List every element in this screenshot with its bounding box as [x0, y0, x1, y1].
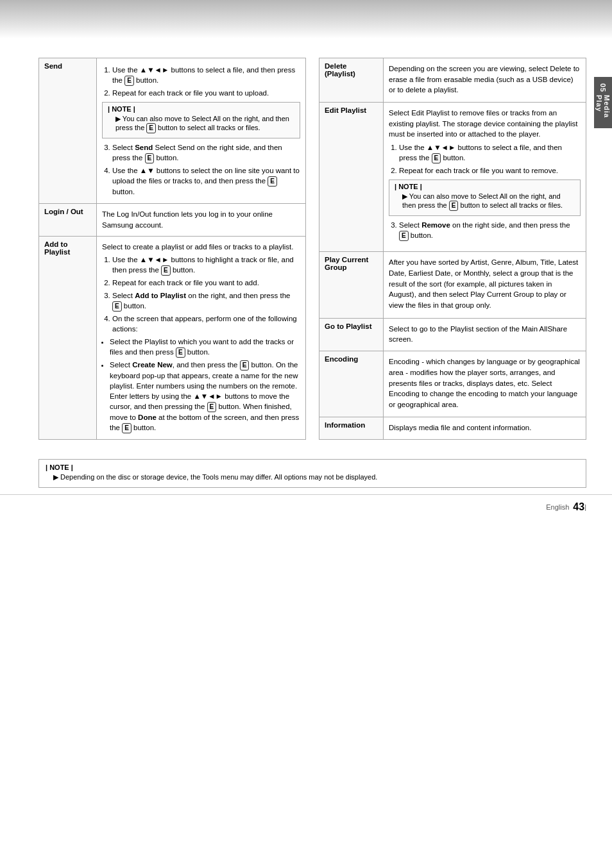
add-playlist-content: Select to create a playlist or add files… [97, 236, 306, 439]
encoding-content: Encoding - which changes by language or … [384, 351, 586, 417]
send-content: Use the ▲▼◄► buttons to select a file, a… [97, 58, 306, 204]
add-playlist-label: Add to Playlist [39, 236, 97, 439]
enter-button-icon: E [161, 265, 171, 276]
right-table: Delete (Playlist) Depending on the scree… [319, 58, 586, 440]
list-item: Select Send Select Send on the right sid… [112, 142, 300, 163]
add-playlist-row: Add to Playlist Select to create a playl… [39, 236, 306, 439]
send-row: Send Use the ▲▼◄► buttons to select a fi… [39, 58, 306, 204]
enter-button-icon: E [112, 301, 122, 312]
login-row: Login / Out The Log In/Out function lets… [39, 204, 306, 236]
bottom-note: | NOTE | ▶ Depending on the disc or stor… [38, 459, 586, 488]
footer-language: English [546, 503, 569, 511]
footer-page-number: 43 [573, 501, 584, 513]
footer: English 43 | [0, 494, 612, 519]
page-wrapper: 05 Media Play Send Use the ▲▼◄► buttons … [0, 0, 612, 868]
enter-button-icon: E [399, 231, 409, 241]
enter-button-icon: E [124, 76, 134, 86]
information-label: Information [319, 417, 384, 440]
enter-button-icon: E [145, 153, 155, 163]
login-label: Login / Out [39, 204, 97, 236]
list-item: Repeat for each track or file you want t… [399, 165, 581, 176]
encoding-label: Encoding [319, 351, 384, 417]
list-item: Select Remove on the right side, and the… [399, 220, 581, 241]
footer-pipe: | [584, 503, 586, 511]
enter-button-icon: E [146, 123, 156, 133]
enter-button-icon: E [207, 402, 217, 412]
edit-note-title: | NOTE | [395, 183, 575, 190]
go-playlist-row: Go to Playlist Select to go to the Playl… [319, 318, 586, 351]
edit-playlist-content: Select Edit Playlist to remove files or … [384, 102, 586, 252]
login-content: The Log In/Out function lets you log in … [97, 204, 306, 236]
chapter-number: 05 [599, 83, 607, 92]
left-table: Send Use the ▲▼◄► buttons to select a fi… [38, 58, 306, 440]
send-note-item: ▶ You can also move to Select All on the… [115, 115, 294, 133]
send-note-title: | NOTE | [108, 105, 294, 113]
play-current-label: Play Current Group [319, 252, 384, 318]
encoding-row: Encoding Encoding - which changes by lan… [319, 351, 586, 417]
edit-playlist-row: Edit Playlist Select Edit Playlist to re… [319, 102, 586, 252]
go-playlist-content: Select to go to the Playlist section of … [384, 318, 586, 351]
send-label: Send [39, 58, 97, 204]
list-item: Use the ▲▼◄► buttons to select a file, a… [112, 65, 300, 86]
edit-note-item: ▶ You can also move to Select All on the… [402, 192, 575, 211]
chapter-tab: 05 Media Play [594, 77, 612, 128]
play-current-row: Play Current Group After you have sorted… [319, 252, 586, 318]
enter-button-icon: E [176, 347, 185, 358]
enter-button-icon: E [240, 360, 250, 371]
list-item: Use the ▲▼◄► buttons to highlight a trac… [112, 255, 300, 276]
bottom-note-text: ▶ Depending on the disc or storage devic… [53, 473, 579, 481]
list-item: Select the Playlist to which you want to… [110, 337, 300, 358]
information-content: Displays media file and content informat… [384, 417, 586, 440]
edit-playlist-label: Edit Playlist [319, 102, 384, 252]
list-item: Use the ▲▼◄► buttons to select a file, a… [399, 142, 581, 163]
delete-row: Delete (Playlist) Depending on the scree… [319, 58, 586, 103]
enter-button-icon: E [432, 153, 441, 163]
information-row: Information Displays media file and cont… [319, 417, 586, 440]
enter-button-icon: E [449, 201, 459, 211]
bottom-note-title: | NOTE | [46, 463, 579, 471]
list-item: Select Create New, and then press the E … [110, 360, 300, 433]
enter-button-icon: E [122, 423, 132, 433]
list-item: On the screen that appears, perform one … [112, 313, 300, 334]
go-playlist-label: Go to Playlist [319, 318, 384, 351]
delete-content: Depending on the screen you are viewing,… [384, 58, 586, 103]
list-item: Use the ▲▼ buttons to select the on line… [112, 165, 300, 197]
play-current-content: After you have sorted by Artist, Genre, … [384, 252, 586, 318]
main-content: Send Use the ▲▼◄► buttons to select a fi… [0, 45, 612, 453]
send-note-box: | NOTE | ▶ You can also move to Select A… [102, 102, 300, 138]
list-item: Select Add to Playlist on the right, and… [112, 290, 300, 312]
list-item: Repeat for each track or file you want t… [112, 278, 300, 288]
list-item: Repeat for each track or file you want t… [112, 88, 300, 98]
enter-button-icon: E [268, 176, 277, 187]
chapter-label: Media Play [595, 95, 611, 122]
delete-label: Delete (Playlist) [319, 58, 384, 103]
top-decorative-bar [0, 0, 612, 38]
edit-note-box: | NOTE | ▶ You can also move to Select A… [389, 179, 581, 216]
